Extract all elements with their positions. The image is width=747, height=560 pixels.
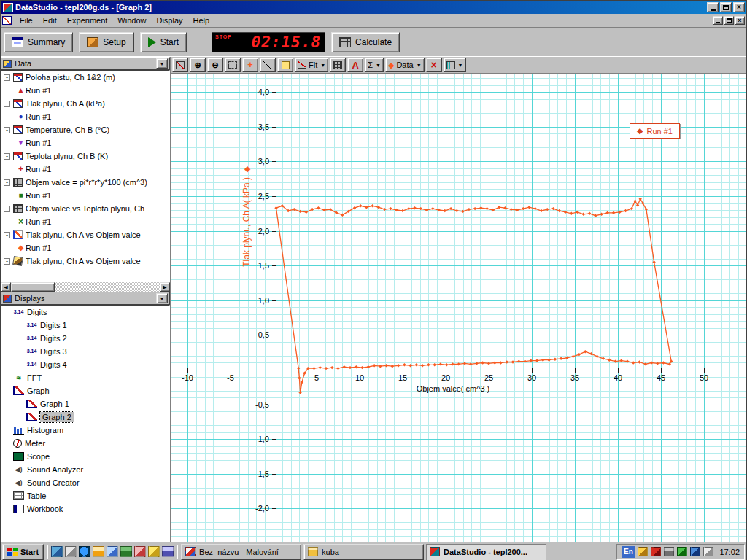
quick-launch-icon-7[interactable] <box>134 546 146 557</box>
collapse-icon[interactable]: - <box>4 153 10 160</box>
display-item-digits-4[interactable]: 3.14Digits 4 <box>1 358 169 371</box>
display-item-scope[interactable]: Scope <box>1 450 169 463</box>
tray-icon-2[interactable] <box>651 547 661 556</box>
collapse-icon[interactable]: - <box>4 74 10 81</box>
start-button[interactable]: Start <box>140 32 187 52</box>
quick-launch-icon-8[interactable] <box>148 546 160 557</box>
data-source-row[interactable]: - Poloha pistu, Ch 1&2 (m) <box>1 71 169 84</box>
menu-window[interactable]: Window <box>112 15 151 26</box>
scroll-track[interactable] <box>11 282 160 292</box>
y-axis-label[interactable]: Tlak plynu, Ch A( kPa ) <box>241 177 252 267</box>
quick-launch-icon-4[interactable] <box>93 546 104 557</box>
mdi-restore-button[interactable] <box>724 16 734 25</box>
displays-panel-header[interactable]: Displays ▼ <box>1 292 170 305</box>
displays-list[interactable]: 3.14Digits 3.14Digits 1 3.14Digits 2 3.1… <box>1 305 170 542</box>
display-item-graph-1[interactable]: Graph 1 <box>1 397 169 411</box>
title-bar[interactable]: DataStudio - tepl200g.ds - [Graph 2] × <box>1 1 746 14</box>
x-axis-label[interactable]: Objem valce( cm^3 ) <box>380 384 526 393</box>
collapse-icon[interactable]: - <box>4 258 10 265</box>
restore-button[interactable] <box>720 2 732 12</box>
display-item-digits[interactable]: 3.14Digits <box>1 306 169 319</box>
plot-canvas[interactable]: -10-551015202530354045504,03,53,02,52,01… <box>171 74 746 542</box>
display-item-sound-analyzer[interactable]: ◀)Sound Analyzer <box>1 463 169 476</box>
tray-icon-5[interactable] <box>690 547 700 556</box>
data-source-row[interactable]: - Temperature, Ch B (°C) <box>1 123 169 136</box>
menu-experiment[interactable]: Experiment <box>62 15 113 26</box>
data-dropdown[interactable]: ◆ Data ▼ <box>385 58 425 72</box>
data-tree-hscrollbar[interactable]: ◀ ▶ <box>1 281 170 292</box>
zoom-in-button[interactable]: ⊕ <box>190 58 206 72</box>
setup-button[interactable]: Setup <box>79 32 133 52</box>
mdi-child-icon[interactable] <box>2 16 12 25</box>
collapse-icon[interactable]: - <box>4 206 10 212</box>
collapse-icon[interactable]: - <box>4 232 10 238</box>
menu-display[interactable]: Display <box>151 15 187 26</box>
quick-launch-icon-1[interactable] <box>51 546 63 557</box>
language-indicator[interactable]: En <box>622 546 635 558</box>
display-item-meter[interactable]: Meter <box>1 437 169 450</box>
menu-help[interactable]: Help <box>188 15 215 26</box>
scale-to-fit-button[interactable] <box>172 58 188 72</box>
menu-file[interactable]: File <box>15 15 38 26</box>
run-row[interactable]: ■ Run #1 <box>1 189 169 202</box>
graph-calculator-button[interactable] <box>330 58 346 72</box>
calculate-button[interactable]: Calculate <box>331 32 400 52</box>
scroll-right-button[interactable]: ▶ <box>160 282 170 292</box>
display-item-sound-creator[interactable]: ◀)Sound Creator <box>1 476 169 489</box>
quick-launch-icon-5[interactable] <box>107 546 118 557</box>
tray-icon-6[interactable] <box>703 547 713 556</box>
run-row[interactable]: + Run #1 <box>1 163 169 176</box>
display-item-digits-1[interactable]: 3.14Digits 1 <box>1 319 169 332</box>
zoom-select-button[interactable] <box>225 58 241 72</box>
tray-icon-1[interactable] <box>638 547 648 556</box>
data-source-row[interactable]: - Tlak plynu, Ch A vs Objem valce <box>1 228 169 241</box>
data-source-row[interactable]: - Objem valce = pi*r*r*y*100 (cm^3) <box>1 176 169 189</box>
text-tool-button[interactable]: A <box>347 58 363 72</box>
menu-edit[interactable]: Edit <box>38 15 62 26</box>
data-panel-menu-button[interactable]: ▼ <box>156 58 168 69</box>
display-item-digits-3[interactable]: 3.14Digits 3 <box>1 345 169 358</box>
task-button-folder[interactable]: kuba <box>303 544 424 560</box>
fit-dropdown[interactable]: Fit ▼ <box>295 58 328 72</box>
quick-launch-icon-3[interactable] <box>79 546 90 557</box>
display-item-graph-2[interactable]: Graph 2 <box>1 411 169 424</box>
display-item-workbook[interactable]: Workbook <box>1 502 169 516</box>
smart-tool-button[interactable]: + <box>242 58 258 72</box>
quick-launch-icon-6[interactable] <box>120 546 132 557</box>
run-row[interactable]: × Run #1 <box>1 215 169 228</box>
start-menu-button[interactable]: Start <box>2 544 44 560</box>
statistics-dropdown[interactable]: Σ ▼ <box>365 58 384 72</box>
quick-launch-icon-9[interactable] <box>162 546 174 557</box>
zoom-out-button[interactable]: ⊖ <box>207 58 223 72</box>
display-item-digits-2[interactable]: 3.14Digits 2 <box>1 332 169 345</box>
data-tree[interactable]: - Poloha pistu, Ch 1&2 (m) ▲ Run #1 - Tl… <box>1 70 170 281</box>
tray-icon-3[interactable] <box>664 547 674 556</box>
tray-icon-4[interactable] <box>677 547 687 556</box>
legend[interactable]: ◆ Run #1 <box>630 123 680 139</box>
displays-panel-menu-button[interactable]: ▼ <box>156 293 168 303</box>
mdi-close-button[interactable]: × <box>735 16 745 25</box>
run-row[interactable]: ▼ Run #1 <box>1 136 169 149</box>
minimize-button[interactable] <box>707 2 719 12</box>
run-row[interactable]: ● Run #1 <box>1 110 169 123</box>
task-button-paint[interactable]: Bez_názvu - Malování <box>181 544 301 560</box>
summary-button[interactable]: Summary <box>4 32 73 52</box>
collapse-icon[interactable]: - <box>4 127 10 133</box>
run-row[interactable]: ◆ Run #1 <box>1 241 169 254</box>
data-source-row[interactable]: - Teplota plynu, Ch B (K) <box>1 149 169 163</box>
collapse-icon[interactable]: - <box>4 101 10 107</box>
scroll-thumb[interactable] <box>11 282 55 292</box>
display-item-fft[interactable]: ≈FFT <box>1 371 169 384</box>
data-source-row[interactable]: - Tlak plynu, Ch A (kPa) <box>1 97 169 110</box>
data-source-row[interactable]: - Tlak plynu, Ch A vs Objem valce <box>1 254 169 268</box>
note-tool-button[interactable] <box>277 58 293 72</box>
task-button-datastudio[interactable]: DataStudio - tepl200... <box>426 544 546 560</box>
close-button[interactable]: × <box>733 2 745 12</box>
data-panel-header[interactable]: Data ▼ <box>1 57 170 70</box>
display-item-table[interactable]: Table <box>1 489 169 502</box>
remove-data-button[interactable]: × <box>426 58 442 72</box>
mdi-minimize-button[interactable] <box>713 16 723 25</box>
display-item-histogram[interactable]: Histogram <box>1 424 169 437</box>
collapse-icon[interactable]: - <box>4 179 10 186</box>
graph-settings-dropdown[interactable]: ▼ <box>444 58 466 72</box>
